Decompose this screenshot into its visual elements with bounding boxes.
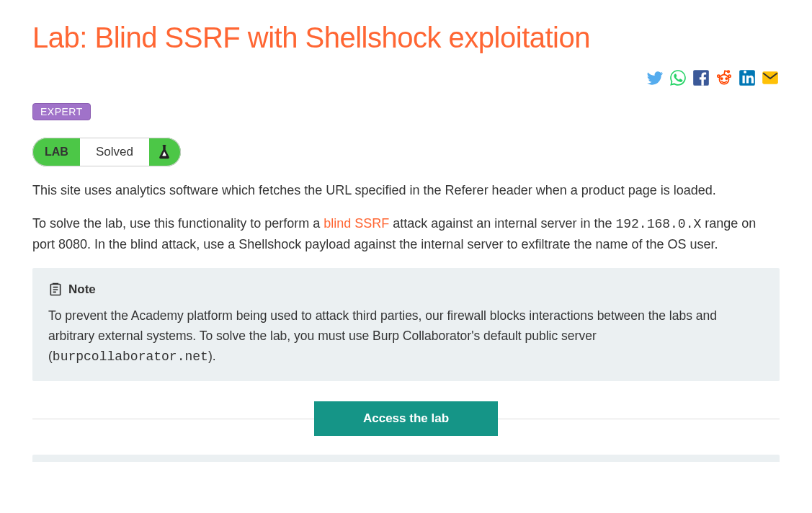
flask-icon	[149, 138, 181, 166]
description-paragraph-2: To solve the lab, use this functionality…	[32, 214, 780, 255]
linkedin-icon[interactable]	[738, 68, 757, 90]
twitter-icon[interactable]	[646, 68, 664, 90]
svg-point-2	[721, 78, 723, 79]
svg-point-4	[728, 75, 731, 77]
svg-point-3	[726, 78, 727, 79]
ip-range-code: 192.168.0.X	[615, 217, 701, 231]
note-body: To prevent the Academy platform being us…	[48, 305, 764, 367]
svg-point-5	[718, 75, 720, 77]
note-icon	[48, 282, 63, 297]
p2-text-mid: attack against an internal server in the	[389, 216, 615, 231]
reddit-icon[interactable]	[715, 68, 733, 90]
note-heading: Note	[48, 282, 764, 297]
difficulty-badge: EXPERT	[32, 103, 91, 120]
lab-status-pill: LAB Solved	[32, 138, 181, 166]
description-paragraph-1: This site uses analytics software which …	[32, 181, 780, 201]
access-lab-button[interactable]: Access the lab	[314, 401, 498, 436]
facebook-icon[interactable]	[692, 68, 710, 90]
note-box: Note To prevent the Academy platform bei…	[32, 268, 780, 382]
divider-left	[32, 419, 314, 419]
collaborator-domain-code: burpcollaborator.net	[53, 349, 208, 364]
svg-point-6	[728, 71, 730, 73]
share-row	[32, 68, 780, 90]
access-row: Access the lab	[32, 401, 780, 436]
next-section-preview	[32, 455, 780, 462]
email-icon[interactable]	[761, 68, 780, 90]
note-heading-text: Note	[68, 282, 96, 297]
blind-ssrf-link[interactable]: blind SSRF	[324, 216, 389, 231]
lab-label: LAB	[32, 138, 80, 166]
divider-right	[498, 419, 780, 419]
note-body-post: ).	[208, 349, 216, 363]
page-title: Lab: Blind SSRF with Shellshock exploita…	[32, 22, 780, 54]
whatsapp-icon[interactable]	[669, 68, 687, 90]
p2-text-pre: To solve the lab, use this functionality…	[32, 216, 324, 231]
lab-state: Solved	[80, 138, 149, 166]
